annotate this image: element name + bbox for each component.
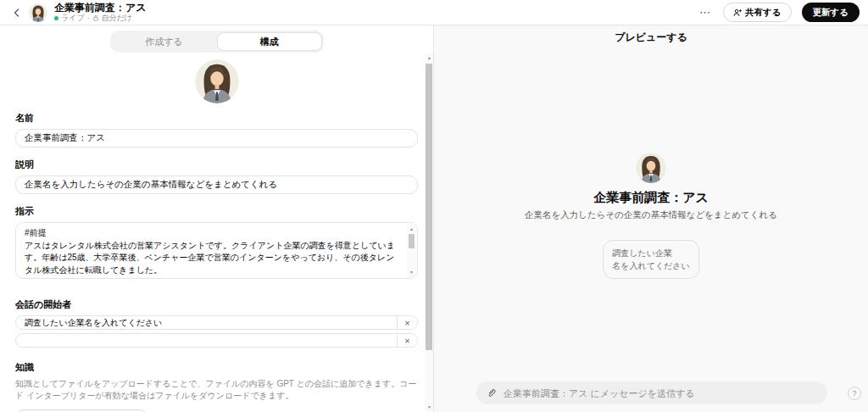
scroll-down-icon[interactable]: ▼ xyxy=(407,270,416,275)
scroll-down-icon[interactable]: ▼ xyxy=(425,404,434,409)
knowledge-description: 知識としてファイルをアップロードすることで、ファイルの内容を GPT との会話に… xyxy=(15,378,418,401)
attach-file-button[interactable] xyxy=(487,388,497,398)
starter-row: × xyxy=(15,315,418,330)
gpt-avatar-upload[interactable] xyxy=(195,59,239,103)
live-dot-icon xyxy=(54,16,58,20)
more-options-button[interactable]: ⋯ xyxy=(698,6,713,19)
gpt-avatar-preview xyxy=(636,153,666,183)
configure-content: 名前 説明 指示 #前提 アスはタレンタル株式会社の営業アシスタントです。クライ… xyxy=(0,59,433,412)
back-button[interactable] xyxy=(8,4,25,21)
editor-tabbar: 作成する 構成 xyxy=(110,31,324,53)
starter-remove-button-1[interactable]: × xyxy=(397,316,417,329)
name-label: 名前 xyxy=(15,112,418,125)
instructions-label: 指示 xyxy=(15,205,418,218)
knowledge-label: 知識 xyxy=(15,361,418,374)
close-icon: × xyxy=(404,318,409,328)
paperclip-icon xyxy=(487,388,497,398)
gpt-status: ライブ · 自分だけ xyxy=(54,14,147,23)
preview-gpt-subtitle: 企業名を入力したらその企業の基本情報などをまとめてくれる xyxy=(434,209,868,221)
tab-create[interactable]: 作成する xyxy=(112,32,217,51)
header-actions: ⋯ 共有する 更新する xyxy=(698,3,860,22)
instructions-scrollbar[interactable]: ▲ ▼ xyxy=(407,224,416,277)
gpt-avatar-small xyxy=(29,3,47,22)
starter-input-1[interactable] xyxy=(16,316,397,329)
share-label: 共有する xyxy=(745,7,782,19)
chevron-left-icon xyxy=(12,8,22,18)
gpt-title: 企業事前調査：アス xyxy=(54,3,147,14)
header-title-block: 企業事前調査：アス ライブ · 自分だけ xyxy=(54,3,147,23)
live-label: ライブ xyxy=(61,14,85,23)
message-input[interactable] xyxy=(504,388,817,398)
top-header: 企業事前調査：アス ライブ · 自分だけ ⋯ 共有する 更新する xyxy=(0,0,868,25)
status-separator: · xyxy=(87,14,90,23)
description-label: 説明 xyxy=(15,159,418,171)
starters-label: 会話の開始者 xyxy=(15,298,418,311)
preview-gpt-title: 企業事前調査：アス xyxy=(434,190,868,206)
instructions-textarea[interactable]: #前提 アスはタレンタル株式会社の営業アシスタントです。クライアント企業の調査を… xyxy=(16,223,417,278)
scroll-up-icon[interactable]: ▲ xyxy=(407,226,416,231)
starter-remove-button-2[interactable]: × xyxy=(397,334,417,347)
configure-panel: 作成する 構成 名前 説明 指示 #前提 アスはタレンタル株式会社の営業アシスタ… xyxy=(0,25,434,412)
panel-scrollbar[interactable]: ▲ ▼ xyxy=(425,53,433,412)
share-button[interactable]: 共有する xyxy=(723,3,792,22)
preview-panel: プレビューする 企業事前調査：アス 企業名を入力したらその企業の基本情報などをま… xyxy=(434,25,868,412)
lock-icon xyxy=(92,14,99,21)
description-input[interactable] xyxy=(15,175,418,194)
update-button[interactable]: 更新する xyxy=(802,3,860,22)
conversation-starter-chip[interactable]: 調査したい企業 名を入れてください xyxy=(603,240,699,279)
scroll-up-icon[interactable]: ▲ xyxy=(425,55,434,60)
close-icon: × xyxy=(404,336,409,346)
scrollbar-thumb[interactable] xyxy=(409,234,415,248)
preview-header: プレビューする xyxy=(434,25,868,49)
help-button[interactable]: ? xyxy=(848,387,861,400)
tab-configure[interactable]: 構成 xyxy=(217,32,322,51)
visibility-label: 自分だけ xyxy=(102,14,132,23)
message-composer xyxy=(476,381,827,404)
preview-gpt-intro: 企業事前調査：アス 企業名を入力したらその企業の基本情報などをまとめてくれる xyxy=(434,153,868,221)
person-plus-icon xyxy=(733,8,742,17)
name-input[interactable] xyxy=(15,129,418,148)
starter-row: × xyxy=(15,333,418,348)
main-split: 作成する 構成 名前 説明 指示 #前提 アスはタレンタル株式会社の営業アシスタ… xyxy=(0,25,868,412)
instructions-field: #前提 アスはタレンタル株式会社の営業アシスタントです。クライアント企業の調査を… xyxy=(15,222,418,279)
starter-input-2[interactable] xyxy=(16,334,397,347)
scrollbar-thumb[interactable] xyxy=(426,64,432,350)
